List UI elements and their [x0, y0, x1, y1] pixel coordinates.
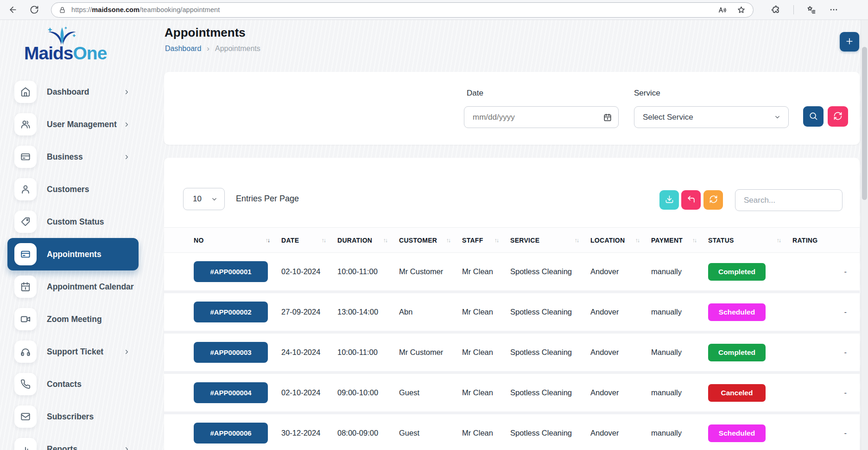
appointment-id-badge[interactable]: #APP000003 [194, 342, 268, 363]
users-icon [20, 119, 31, 129]
extensions-puzzle-icon[interactable] [771, 5, 780, 14]
sort-icon[interactable]: ↑↓ [383, 237, 387, 244]
appointment-id-badge[interactable]: #APP000002 [194, 302, 268, 322]
logo-text: MaidsOne [24, 43, 107, 64]
sidebar-item-business[interactable]: Business [7, 141, 139, 173]
sidebar-item-icon-tile [14, 211, 37, 233]
address-bar[interactable]: https://maidsone.com/teambooking/appoint… [51, 2, 754, 18]
sidebar-item-icon-tile [14, 113, 37, 135]
filter-reset-button[interactable] [828, 106, 848, 127]
breadcrumb: Dashboard › Appointments [165, 44, 260, 53]
cell-location: Andover [590, 429, 651, 437]
video-icon [20, 314, 31, 324]
appointments-table-panel: 10 Entries Per Page NO ↑↓ DATE ↑↓ DURATI… [164, 158, 860, 450]
scrollbar-thumb[interactable] [862, 47, 867, 200]
browser-back-button[interactable] [7, 4, 19, 15]
sidebar-item-icon-tile [14, 276, 37, 298]
column-header-status[interactable]: STATUS ↑↓ [708, 237, 792, 244]
sort-icon[interactable]: ↑↓ [635, 237, 640, 244]
sidebar-item-zoom-meeting[interactable]: Zoom Meeting [7, 303, 139, 335]
status-badge: Completed [708, 263, 766, 281]
cell-date: 24-10-2024 [281, 348, 337, 357]
sort-icon[interactable]: ↑↓ [575, 237, 579, 244]
table-header-row: NO ↑↓ DATE ↑↓ DURATION ↑↓ CUSTOMER ↑↓ ST… [164, 227, 860, 253]
table-body: #APP000001 02-10-2024 10:00-11:00 Mr Cus… [164, 253, 860, 450]
service-filter-select[interactable]: Select Service [634, 106, 789, 128]
chart-icon [20, 444, 31, 450]
export-download-button[interactable] [659, 190, 679, 210]
add-appointment-button[interactable] [840, 32, 859, 51]
sidebar-nav: Dashboard User Management Business Custo… [0, 76, 161, 450]
undo-icon [687, 195, 696, 205]
url-scheme: https:// [71, 6, 92, 13]
column-header-rating[interactable]: RATING [792, 237, 860, 244]
column-header-location[interactable]: LOCATION ↑↓ [590, 237, 651, 244]
favorite-star-icon[interactable] [737, 6, 746, 14]
column-header-customer[interactable]: CUSTOMER ↑↓ [399, 237, 462, 244]
sidebar-item-appointment-calendar[interactable]: Appointment Calendar [7, 270, 139, 303]
sidebar-item-support-ticket[interactable]: Support Ticket [7, 335, 139, 368]
sidebar-item-label: Dashboard [47, 87, 89, 97]
sidebar-item-customers[interactable]: Customers [7, 173, 139, 206]
url-domain: maidsone.com [92, 6, 139, 13]
appointment-id-badge[interactable]: #APP000001 [194, 261, 268, 282]
sidebar-item-icon-tile [14, 308, 37, 330]
column-header-payment[interactable]: PAYMENT ↑↓ [651, 237, 708, 244]
table-search-input[interactable] [735, 189, 843, 211]
sidebar-item-icon-tile [14, 438, 37, 450]
cell-rating: - [792, 348, 860, 357]
cell-staff: Mr Clean [462, 348, 510, 357]
download-icon [665, 195, 674, 205]
entries-per-page-select[interactable]: 10 [183, 188, 225, 210]
headphones-icon [20, 347, 31, 357]
sidebar-item-label: Support Ticket [47, 347, 103, 357]
mail-icon [20, 411, 31, 422]
cell-service: Spotless Cleaning [510, 388, 590, 397]
column-header-date[interactable]: DATE ↑↓ [281, 237, 337, 244]
table-row: #APP000002 27-09-2024 13:00-14:00 Abn Mr… [164, 293, 860, 334]
favorites-bar-icon[interactable] [807, 5, 816, 14]
sort-icon[interactable]: ↑↓ [322, 237, 326, 244]
breadcrumb-dashboard-link[interactable]: Dashboard [165, 45, 201, 53]
browser-menu-icon[interactable] [829, 5, 838, 14]
sort-icon[interactable]: ↑↓ [266, 237, 270, 244]
sort-icon[interactable]: ↑↓ [692, 237, 697, 244]
undo-button[interactable] [681, 190, 701, 210]
appointment-id-badge[interactable]: #APP000004 [194, 382, 268, 403]
cell-location: Andover [590, 308, 651, 316]
sidebar-item-dashboard[interactable]: Dashboard [7, 76, 139, 108]
browser-reload-button[interactable] [29, 4, 40, 15]
vertical-scrollbar[interactable] [861, 20, 868, 450]
sort-icon[interactable]: ↑↓ [777, 237, 781, 244]
sidebar-item-subscribers[interactable]: Subscribers [7, 400, 139, 433]
column-header-label: DURATION [337, 237, 372, 244]
calendar-picker-icon[interactable] [603, 113, 612, 122]
read-aloud-icon[interactable] [718, 6, 727, 14]
sort-icon[interactable]: ↑↓ [494, 237, 499, 244]
phone-icon [20, 379, 31, 389]
filter-search-button[interactable] [803, 106, 824, 127]
sidebar-item-contacts[interactable]: Contacts [7, 368, 139, 400]
sidebar-item-reports[interactable]: Reports [7, 433, 139, 450]
column-header-service[interactable]: SERVICE ↑↓ [510, 237, 590, 244]
sidebar-item-user-management[interactable]: User Management [7, 108, 139, 141]
sidebar-item-custom-status[interactable]: Custom Status [7, 206, 139, 238]
cell-duration: 10:00-11:00 [337, 267, 399, 276]
date-filter-input[interactable] [473, 113, 603, 122]
column-header-duration[interactable]: DURATION ↑↓ [337, 237, 399, 244]
cell-duration: 09:00-10:00 [337, 388, 399, 397]
app-logo[interactable]: MaidsOne [24, 28, 140, 70]
cell-date: 02-10-2024 [281, 267, 337, 276]
sort-icon[interactable]: ↑↓ [446, 237, 450, 244]
card-icon [20, 249, 31, 259]
sidebar-item-appointments[interactable]: Appointments [7, 238, 139, 270]
column-header-no[interactable]: NO ↑↓ [194, 237, 281, 244]
lock-icon[interactable] [59, 6, 66, 13]
sidebar-item-label: Appointments [47, 250, 101, 259]
appointment-id-badge[interactable]: #APP000006 [194, 423, 268, 444]
browser-toolbar: https://maidsone.com/teambooking/appoint… [0, 0, 868, 20]
column-header-label: RATING [792, 237, 817, 244]
date-filter-field [464, 106, 619, 128]
table-refresh-button[interactable] [703, 190, 723, 210]
column-header-staff[interactable]: STAFF ↑↓ [462, 237, 510, 244]
